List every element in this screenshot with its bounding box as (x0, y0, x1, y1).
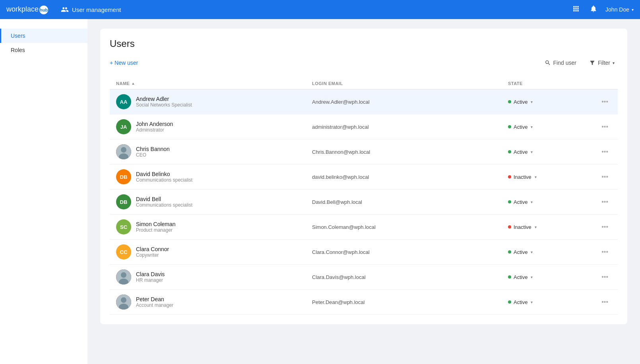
col-state: STATE (508, 81, 588, 86)
more-actions-button[interactable]: ••• (598, 172, 611, 182)
state-dot-active (508, 275, 511, 279)
user-cell: Chris Bannon CEO (116, 144, 312, 159)
state-dot-active (508, 150, 511, 153)
user-management-icon (61, 6, 69, 14)
table-header: NAME ▲ LOGIN EMAIL STATE (110, 78, 618, 89)
user-name: Clara Davis (136, 271, 165, 277)
user-state[interactable]: Active ▾ (508, 299, 588, 305)
state-label: Inactive (514, 224, 531, 230)
sidebar: Users Roles (0, 19, 87, 364)
user-cell: Peter Dean Account manager (116, 294, 312, 310)
toolbar-right: Find user Filter ▾ (541, 57, 618, 68)
find-user-label: Find user (553, 60, 576, 66)
user-email: David.Bell@wph.local (312, 199, 508, 205)
sidebar-users-label: Users (11, 33, 25, 39)
user-email: Clara.Connor@wph.local (312, 249, 508, 255)
state-dot-active (508, 200, 511, 203)
user-info: David Bell Communications specialist (136, 196, 192, 208)
state-chevron-icon: ▾ (535, 225, 537, 229)
state-chevron-icon: ▾ (531, 300, 533, 304)
user-state[interactable]: Active ▾ (508, 99, 588, 105)
avatar: AA (116, 94, 131, 109)
content-card: Users + New user Find user (100, 29, 627, 324)
user-email: Simon.Coleman@wph.local (312, 224, 508, 230)
user-state[interactable]: Active ▾ (508, 274, 588, 280)
apps-button[interactable] (570, 3, 582, 16)
row-actions: ••• (588, 97, 611, 107)
sidebar-item-roles[interactable]: Roles (0, 43, 87, 57)
user-name: Chris Bannon (136, 146, 170, 152)
user-state[interactable]: Active ▾ (508, 199, 588, 205)
more-actions-button[interactable]: ••• (598, 147, 611, 157)
user-state[interactable]: Active ▾ (508, 124, 588, 130)
find-user-button[interactable]: Find user (541, 57, 580, 68)
user-info: John Anderson Administrator (136, 121, 173, 133)
state-dot-active (508, 100, 511, 103)
user-role: Communications specialist (136, 202, 192, 208)
state-chevron-icon: ▾ (531, 275, 533, 279)
table-row[interactable]: JA John Anderson Administrator administr… (110, 114, 618, 139)
header-right: John Doe ▾ (570, 3, 634, 16)
more-actions-button[interactable]: ••• (598, 222, 611, 232)
table-row[interactable]: Chris Bannon CEO Chris.Bannon@wph.local … (110, 139, 618, 165)
user-cell: DB David Belinko Communications speciali… (116, 169, 312, 184)
user-state[interactable]: Active ▾ (508, 149, 588, 155)
search-icon (545, 60, 551, 66)
logo: workplacehub (6, 5, 48, 14)
state-dot-active (508, 125, 511, 128)
user-name: David Bell (136, 196, 192, 202)
user-name: Clara Connor (136, 246, 169, 252)
row-actions: ••• (588, 122, 611, 132)
col-name[interactable]: NAME ▲ (116, 81, 312, 86)
bell-icon (590, 5, 597, 13)
table-row[interactable]: Clara Davis HR manager Clara.Davis@wph.l… (110, 265, 618, 290)
more-actions-button[interactable]: ••• (598, 97, 611, 107)
avatar: SC (116, 219, 131, 234)
user-state[interactable]: Inactive ▾ (508, 224, 588, 230)
table-row[interactable]: AA Andrew Adler Social Networks Speciali… (110, 89, 618, 114)
user-info: Simon Coleman Product manager (136, 221, 176, 233)
avatar: DB (116, 169, 131, 184)
svg-point-1 (121, 147, 126, 153)
sidebar-item-users[interactable]: Users (0, 29, 87, 43)
user-role: Administrator (136, 127, 173, 133)
sidebar-roles-label: Roles (11, 47, 25, 53)
svg-point-7 (121, 297, 126, 303)
user-state[interactable]: Active ▾ (508, 249, 588, 255)
state-label: Active (514, 274, 528, 280)
table-row[interactable]: CC Clara Connor Copywriter Clara.Connor@… (110, 240, 618, 265)
user-email: Chris.Bannon@wph.local (312, 149, 508, 155)
more-actions-button[interactable]: ••• (598, 297, 611, 307)
sort-icon: ▲ (131, 81, 135, 85)
row-actions: ••• (588, 247, 611, 257)
header-user[interactable]: John Doe ▾ (605, 6, 634, 13)
more-actions-button[interactable]: ••• (598, 197, 611, 207)
user-info: David Belinko Communications specialist (136, 171, 192, 183)
more-actions-button[interactable]: ••• (598, 122, 611, 132)
state-label: Active (514, 149, 528, 155)
state-dot-active (508, 300, 511, 304)
toolbar: + New user Find user Filter ▾ (110, 57, 618, 68)
avatar (116, 294, 131, 310)
table-row[interactable]: DB David Bell Communications specialist … (110, 190, 618, 215)
new-user-button[interactable]: + New user (110, 57, 138, 68)
user-email: david.belinko@wph.local (312, 174, 508, 180)
table-row[interactable]: Peter Dean Account manager Peter.Dean@wp… (110, 290, 618, 315)
filter-button[interactable]: Filter ▾ (586, 57, 618, 68)
user-role: Product manager (136, 227, 176, 233)
more-actions-button[interactable]: ••• (598, 272, 611, 282)
user-role: Communications specialist (136, 177, 192, 183)
notifications-button[interactable] (588, 3, 599, 16)
more-actions-button[interactable]: ••• (598, 247, 611, 257)
user-state[interactable]: Inactive ▾ (508, 174, 588, 180)
state-label: Inactive (514, 174, 531, 180)
table-row[interactable]: SC Simon Coleman Product manager Simon.C… (110, 215, 618, 240)
state-chevron-icon: ▾ (535, 175, 537, 179)
filter-icon (589, 60, 595, 66)
row-actions: ••• (588, 197, 611, 207)
user-info: Andrew Adler Social Networks Specialist (136, 96, 192, 108)
table-row[interactable]: DB David Belinko Communications speciali… (110, 165, 618, 190)
user-cell: CC Clara Connor Copywriter (116, 244, 312, 259)
state-chevron-icon: ▾ (531, 100, 533, 104)
filter-label: Filter (598, 60, 610, 66)
